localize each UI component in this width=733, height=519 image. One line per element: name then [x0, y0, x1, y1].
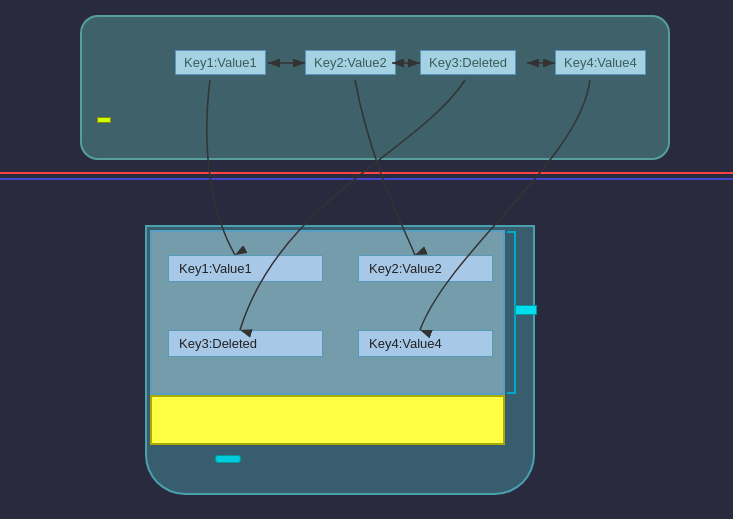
index-block — [150, 395, 505, 445]
data-cell-4: Key4:Value4 — [358, 330, 493, 357]
data-cell-3: Key3:Deleted — [168, 330, 323, 357]
data-block-label — [515, 305, 537, 315]
memtable-container — [80, 15, 670, 160]
sst-label — [215, 455, 241, 463]
data-cell-2: Key2:Value2 — [358, 255, 493, 282]
memory-divider — [0, 172, 733, 174]
memtable-label — [97, 117, 111, 123]
data-cell-1: Key1:Value1 — [168, 255, 323, 282]
disk-divider — [0, 178, 733, 180]
